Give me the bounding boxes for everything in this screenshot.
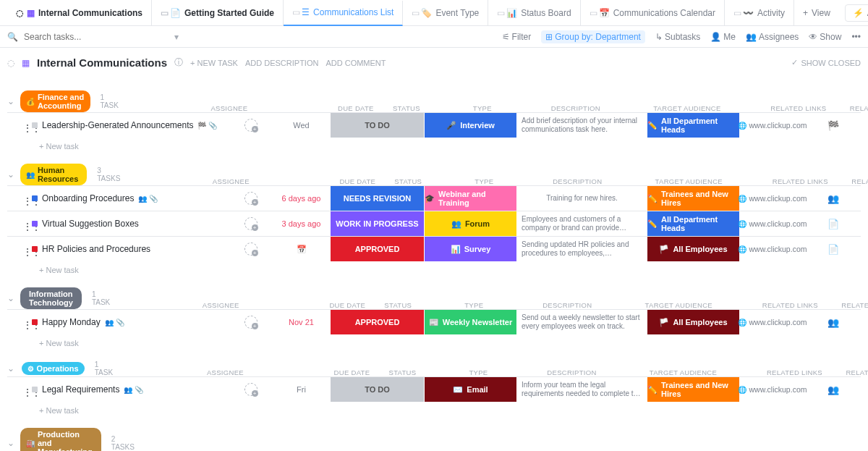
me-button[interactable]: 👤Me	[710, 32, 736, 42]
status-chip[interactable]: NEEDS REVISION	[331, 186, 424, 211]
audience-chip[interactable]: ✏️All Department Heads	[647, 113, 739, 138]
task-name[interactable]: Virtual Suggestion Boxes	[42, 219, 139, 229]
related-link[interactable]: 🌐www.clickup.com	[738, 385, 807, 394]
task-row[interactable]: ⋮⋮ Leadership-Generated Announcements 🏁📎…	[7, 112, 861, 138]
due-date[interactable]: Fri	[297, 385, 306, 394]
drag-handle-icon[interactable]: ⋮⋮	[23, 320, 27, 324]
assignee-add[interactable]	[244, 383, 258, 396]
type-chip[interactable]: 🎤Interview	[425, 113, 516, 138]
task-row[interactable]: ⋮⋮ HR Policies and Procedures 📅 APPROVED…	[7, 236, 861, 261]
group-pill[interactable]: 💰 Finance and Accounting	[20, 90, 90, 112]
file-icon[interactable]: 🏁	[827, 120, 839, 131]
status-chip[interactable]: APPROVED	[331, 310, 424, 334]
audience-chip[interactable]: 🏳️All Employees	[647, 237, 739, 261]
type-chip[interactable]: 📰Weekly Newsletter	[425, 310, 516, 334]
collapse-icon[interactable]: ⌄	[7, 96, 14, 106]
related-link[interactable]: 🌐www.clickup.com	[738, 318, 807, 326]
task-row[interactable]: ⋮⋮ Virtual Suggestion Boxes 3 days ago W…	[7, 211, 861, 236]
assignee-add[interactable]	[244, 192, 258, 205]
due-date[interactable]: Wed	[293, 121, 309, 130]
task-row[interactable]: ⋮⋮ Legal Requirements 👥📎 Fri TO DO ✉️Ema…	[7, 376, 861, 402]
status-square[interactable]	[32, 221, 38, 227]
collapse-all-icon[interactable]: ◌	[7, 58, 14, 68]
nav-tab-activity[interactable]: ▭〰️Activity	[725, 0, 794, 25]
new-task-button[interactable]: + New task	[7, 261, 861, 274]
show-button[interactable]: 👁Show	[809, 32, 841, 42]
collapse-icon[interactable]: ⌄	[7, 293, 14, 303]
type-chip[interactable]: 📊Survey	[425, 237, 516, 261]
related-link[interactable]: 🌐www.clickup.com	[738, 219, 807, 228]
task-name[interactable]: Happy Monday	[42, 317, 101, 327]
drag-handle-icon[interactable]: ⋮⋮	[23, 387, 27, 392]
group-by-button[interactable]: ⊞Group by: Department	[541, 30, 645, 43]
task-name[interactable]: Legal Requirements	[42, 384, 119, 395]
chevron-down-icon[interactable]: ▾	[174, 32, 179, 42]
assignee-add[interactable]	[244, 316, 258, 329]
status-chip[interactable]: APPROVED	[331, 237, 424, 261]
nav-tab-event-type[interactable]: ▭🏷️Event Type	[403, 0, 488, 25]
assignees-button[interactable]: 👥Assignees	[746, 32, 799, 42]
new-task-button[interactable]: + New task	[7, 138, 861, 151]
nav-tab-communications-list[interactable]: ▭☰Communications List	[284, 1, 403, 26]
type-chip[interactable]: 👥Forum	[425, 211, 516, 236]
due-date-icon[interactable]: 📅	[297, 245, 307, 254]
related-link[interactable]: 🌐www.clickup.com	[738, 121, 807, 130]
assignee-add[interactable]	[244, 119, 258, 132]
group-pill[interactable]: 👥 Human Resources	[20, 164, 87, 185]
task-row[interactable]: ⋮⋮ Onboarding Procedures 👥📎 6 days ago N…	[7, 185, 861, 211]
due-date[interactable]: Nov 21	[289, 318, 314, 326]
drag-handle-icon[interactable]: ⋮⋮	[23, 123, 27, 127]
info-icon[interactable]: ⓘ	[174, 56, 183, 69]
status-square[interactable]	[32, 122, 38, 128]
audience-chip[interactable]: ✏️Trainees and New Hires	[647, 377, 739, 402]
group-pill[interactable]: 🏭 Production and Manufacturing	[20, 428, 101, 451]
more-button[interactable]: •••	[851, 32, 861, 42]
task-row[interactable]: ⋮⋮ Happy Monday 👥📎 Nov 21 APPROVED 📰Week…	[7, 309, 861, 334]
related-link[interactable]: 🌐www.clickup.com	[738, 194, 807, 203]
related-link[interactable]: 🌐www.clickup.com	[738, 245, 807, 253]
new-task-button[interactable]: + New task	[7, 334, 861, 347]
workspace-tab[interactable]: ◌ ▦ Internal Communications	[7, 0, 152, 25]
assignee-add[interactable]	[244, 243, 258, 256]
type-chip[interactable]: 🎓Webinar and Training	[425, 186, 516, 211]
due-date[interactable]: 6 days ago	[282, 194, 321, 203]
group-pill[interactable]: ⚙ Operations	[22, 362, 85, 375]
nav-tab-status-board[interactable]: ▭📊Status Board	[488, 0, 580, 25]
filter-button[interactable]: ⚟Filter	[502, 32, 532, 42]
audience-chip[interactable]: ✏️Trainees and New Hires	[647, 186, 739, 211]
collapse-icon[interactable]: ⌄	[7, 438, 14, 448]
search-input[interactable]	[22, 31, 167, 43]
file-icon[interactable]: 👥	[827, 317, 839, 328]
nav-tab-getting-started-guide[interactable]: ▭📄Getting Started Guide	[152, 0, 284, 25]
due-date[interactable]: 3 days ago	[282, 219, 321, 228]
new-task-button[interactable]: + New task	[7, 402, 861, 415]
status-chip[interactable]: WORK IN PROGRESS	[331, 211, 424, 236]
drag-handle-icon[interactable]: ⋮⋮	[23, 196, 27, 201]
file-icon[interactable]: 📄	[827, 219, 839, 229]
task-name[interactable]: HR Policies and Procedures	[42, 244, 150, 254]
task-name[interactable]: Onboarding Procedures	[42, 193, 134, 203]
status-square[interactable]	[32, 319, 38, 325]
add-view-button[interactable]: + View	[794, 0, 839, 25]
collapse-icon[interactable]: ⌄	[7, 363, 16, 374]
type-chip[interactable]: ✉️Email	[425, 377, 516, 402]
search-box[interactable]: 🔍 ▾	[7, 31, 492, 43]
task-name[interactable]: Leadership-Generated Announcements	[42, 120, 193, 130]
status-square[interactable]	[32, 387, 38, 392]
show-closed-button[interactable]: ✓ SHOW CLOSED	[791, 58, 861, 67]
audience-chip[interactable]: 🏳️All Employees	[647, 310, 739, 334]
drag-handle-icon[interactable]: ⋮⋮	[23, 222, 27, 226]
status-chip[interactable]: TO DO	[331, 113, 424, 138]
audience-chip[interactable]: ✏️All Department Heads	[647, 211, 739, 236]
assignee-add[interactable]	[244, 217, 258, 230]
nav-tab-communications-calendar[interactable]: ▭📅Communications Calendar	[581, 0, 725, 25]
file-icon[interactable]: 👥	[827, 193, 839, 204]
group-pill[interactable]: Information Technology	[20, 287, 82, 309]
status-chip[interactable]: TO DO	[331, 377, 424, 402]
subtasks-button[interactable]: ↳Subtasks	[655, 32, 700, 42]
status-square[interactable]	[32, 195, 38, 201]
automate-button[interactable]: ⚡ Automate ▾	[845, 4, 868, 22]
file-icon[interactable]: 📄	[827, 244, 839, 255]
new-task-button[interactable]: + NEW TASK	[190, 59, 238, 67]
status-square[interactable]	[32, 246, 38, 252]
